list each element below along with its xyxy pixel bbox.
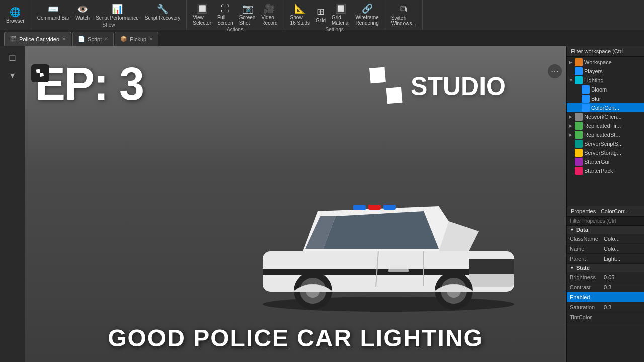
tree-label-startergui: StarterGui (584, 159, 609, 165)
full-screen-button[interactable]: ⛶ FullScreen (215, 3, 235, 27)
right-panel: Filter workspace (Ctrl ▶WorkspacePlayers… (566, 46, 644, 362)
screen-shot-label: ScreenShot (239, 15, 256, 26)
prop-name-enabled: Enabled (567, 294, 602, 300)
prop-name-parent: Parent (567, 256, 602, 262)
tree-icon-lighting (575, 76, 583, 84)
tree-item-players[interactable]: Players (567, 67, 644, 76)
left-tool-dropdown[interactable]: ▾ (0, 66, 25, 84)
left-tool-select[interactable]: ◻ (0, 48, 25, 66)
view-selector-button[interactable]: 🔲 ViewSelector (191, 2, 213, 27)
script-recovery-button[interactable]: 🔧 Script Recovery (143, 3, 183, 22)
script-recovery-label: Script Recovery (145, 15, 181, 21)
tree-label-lighting: Lighting (584, 77, 604, 83)
browser-button[interactable]: 🌐 Browser (4, 6, 27, 25)
svg-rect-13 (383, 205, 396, 210)
viewport-more-button[interactable]: ⋯ (548, 64, 562, 78)
prop-row-saturation[interactable]: Saturation0.3 (567, 302, 644, 312)
left-sidebar: ◻ ▾ (0, 46, 25, 362)
prop-row-contrast[interactable]: Contrast0.3 (567, 282, 644, 292)
grid-material-button[interactable]: 🔲 GridMaterial (330, 2, 352, 27)
video-record-button[interactable]: 🎥 VideoRecord (259, 2, 279, 27)
bottom-text: GOOD POLICE CAR LIGHTING (25, 324, 566, 352)
tree-label-serverscriptservice: ServerScriptS... (584, 141, 623, 147)
screen-shot-button[interactable]: 📷 ScreenShot (237, 2, 258, 27)
tab-police-car[interactable]: 🎬 Police Car video ✕ (4, 32, 71, 46)
toolbar-group-settings: 📐 Show16 Studs ⊞ Grid 🔲 GridMaterial 🔗 W… (284, 0, 385, 30)
prop-row-parent[interactable]: ParentLight... (567, 254, 644, 264)
actions-group-label: Actions (227, 27, 244, 32)
tree-item-serverstorage[interactable]: ServerStorag... (567, 148, 644, 157)
prop-row-name[interactable]: NameColo... (567, 244, 644, 254)
tab-script-close[interactable]: ✕ (104, 36, 108, 42)
show-studs-button[interactable]: 📐 Show16 Studs (288, 2, 312, 27)
tree-label-bloom: Bloom (591, 86, 607, 93)
tree-item-serverscriptservice[interactable]: ServerScriptS... (567, 139, 644, 148)
tab-police-car-icon: 🎬 (10, 36, 17, 42)
toolbar-group-actions: 🔲 ViewSelector ⛶ FullScreen 📷 ScreenShot… (187, 0, 284, 30)
prop-checkbox-enabled[interactable] (606, 294, 613, 301)
svg-rect-1 (36, 69, 40, 73)
script-performance-button[interactable]: 📊 Script Performance (94, 3, 141, 22)
screen-shot-icon: 📷 (242, 3, 253, 14)
tree-item-workspace[interactable]: ▶Workspace (567, 58, 644, 67)
tabs-bar: 🎬 Police Car video ✕ 📄 Script ✕ 📦 Pickup… (0, 30, 644, 46)
prop-value-brightness: 0.05 (602, 274, 644, 280)
prop-name-brightness: Brightness (567, 274, 602, 280)
tree-arrow-lighting: ▼ (569, 78, 575, 83)
prop-value-enabled[interactable] (602, 294, 644, 301)
view-selector-icon: 🔲 (197, 3, 208, 14)
tree-icon-blur (582, 95, 590, 103)
tree-item-blur[interactable]: Blur (567, 94, 644, 103)
properties-filter: Filter Properties (Ctrl (567, 217, 644, 226)
tree-item-networkclient[interactable]: ▶NetworkClien... (567, 112, 644, 121)
tree-item-startergui[interactable]: StarterGui (567, 157, 644, 166)
tree-label-players: Players (584, 68, 603, 74)
tree-item-bloom[interactable]: Bloom (567, 85, 644, 94)
prop-row-classname[interactable]: ClassNameColo... (567, 234, 644, 244)
prop-value-contrast: 0.3 (602, 284, 644, 290)
tree-icon-colorcorrection (582, 104, 590, 112)
explorer-tree: ▶WorkspacePlayers▼LightingBloomBlurColor… (567, 57, 644, 206)
script-performance-label: Script Performance (96, 15, 139, 21)
wireframe-button[interactable]: 🔗 WireframeRendering (354, 2, 381, 27)
tree-icon-starterpack (575, 167, 583, 175)
tab-pickup[interactable]: 📦 Pickup ✕ (115, 32, 158, 46)
explorer-header: Filter workspace (Ctrl (567, 46, 644, 57)
script-performance-icon: 📊 (112, 4, 123, 15)
watch-icon: 👁️ (77, 4, 88, 15)
explorer: Filter workspace (Ctrl ▶WorkspacePlayers… (567, 46, 644, 206)
studio-logo-svg (365, 66, 406, 107)
watch-button[interactable]: 👁️ Watch (73, 3, 92, 22)
tree-item-colorcorrection[interactable]: ColorCorr... (567, 103, 644, 112)
switch-button[interactable]: ⧉ SwitchWindows... (389, 3, 418, 27)
tab-script[interactable]: 📄 Script ✕ (72, 32, 114, 46)
tree-icon-workspace (575, 58, 583, 66)
properties-panel: Properties - ColorCorr... Filter Propert… (567, 206, 644, 362)
command-bar-button[interactable]: ⌨️ Command Bar (35, 3, 71, 22)
video-record-icon: 🎥 (264, 3, 275, 14)
prop-section-state[interactable]: ▼State (567, 264, 644, 272)
properties-content: ▼DataClassNameColo...NameColo...ParentLi… (567, 226, 644, 362)
tree-item-starterpack[interactable]: StarterPack (567, 166, 644, 175)
prop-value-saturation: 0.3 (602, 304, 644, 310)
full-screen-icon: ⛶ (221, 4, 230, 14)
tree-icon-startergui (575, 158, 583, 166)
prop-row-enabled[interactable]: Enabled (567, 292, 644, 302)
watch-label: Watch (75, 15, 90, 21)
tree-item-replicatedstorage[interactable]: ▶ReplicatedSt... (567, 130, 644, 139)
tree-icon-networkclient (575, 113, 583, 121)
tree-icon-replicatedstorage (575, 131, 583, 139)
prop-section-data[interactable]: ▼Data (567, 226, 644, 234)
car-image (237, 171, 529, 322)
prop-row-tintcolor[interactable]: TintColor (567, 312, 644, 322)
tab-police-car-close[interactable]: ✕ (62, 36, 66, 42)
tree-item-replicatedfirst[interactable]: ▶ReplicatedFir... (567, 121, 644, 130)
command-bar-label: Command Bar (37, 15, 69, 21)
tree-item-lighting[interactable]: ▼Lighting (567, 76, 644, 85)
browser-label: Browser (6, 18, 25, 24)
svg-rect-2 (40, 73, 44, 77)
tab-pickup-close[interactable]: ✕ (149, 36, 153, 42)
grid-button[interactable]: ⊞ Grid (314, 5, 328, 24)
prop-row-brightness[interactable]: Brightness0.05 (567, 272, 644, 282)
viewport[interactable]: ⋯ EP: 3 STUDIO (25, 46, 566, 362)
